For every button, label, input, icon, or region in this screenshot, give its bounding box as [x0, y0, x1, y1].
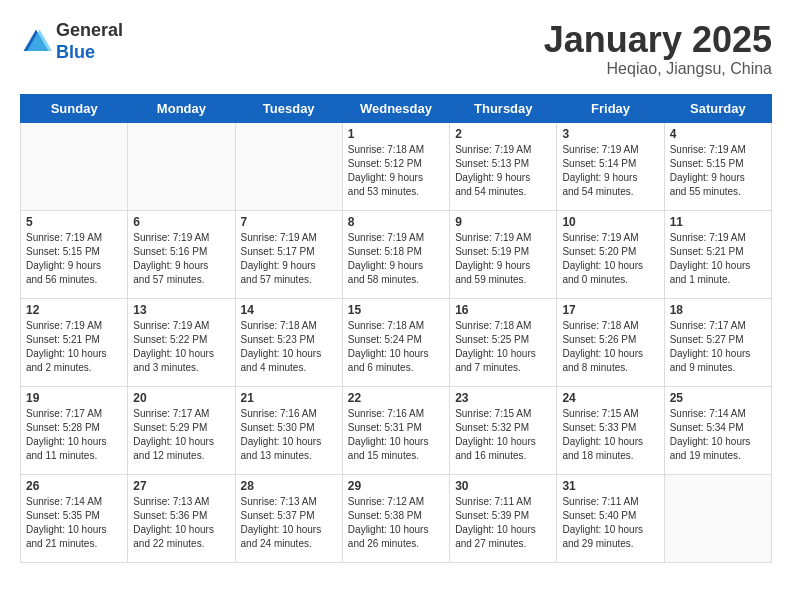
day-info: Sunrise: 7:14 AMSunset: 5:34 PMDaylight:… [670, 407, 766, 463]
calendar-cell: 8Sunrise: 7:19 AMSunset: 5:18 PMDaylight… [342, 210, 449, 298]
calendar-cell: 4Sunrise: 7:19 AMSunset: 5:15 PMDaylight… [664, 122, 771, 210]
calendar-cell: 1Sunrise: 7:18 AMSunset: 5:12 PMDaylight… [342, 122, 449, 210]
calendar-cell: 10Sunrise: 7:19 AMSunset: 5:20 PMDayligh… [557, 210, 664, 298]
title-block: January 2025 Heqiao, Jiangsu, China [544, 20, 772, 78]
day-number: 23 [455, 391, 551, 405]
weekday-header-friday: Friday [557, 94, 664, 122]
day-number: 7 [241, 215, 337, 229]
day-info: Sunrise: 7:11 AMSunset: 5:40 PMDaylight:… [562, 495, 658, 551]
weekday-header-tuesday: Tuesday [235, 94, 342, 122]
calendar-cell: 18Sunrise: 7:17 AMSunset: 5:27 PMDayligh… [664, 298, 771, 386]
week-row-3: 12Sunrise: 7:19 AMSunset: 5:21 PMDayligh… [21, 298, 772, 386]
day-number: 28 [241, 479, 337, 493]
calendar-cell: 11Sunrise: 7:19 AMSunset: 5:21 PMDayligh… [664, 210, 771, 298]
calendar-cell: 20Sunrise: 7:17 AMSunset: 5:29 PMDayligh… [128, 386, 235, 474]
day-info: Sunrise: 7:17 AMSunset: 5:27 PMDaylight:… [670, 319, 766, 375]
calendar-cell: 26Sunrise: 7:14 AMSunset: 5:35 PMDayligh… [21, 474, 128, 562]
calendar-cell: 12Sunrise: 7:19 AMSunset: 5:21 PMDayligh… [21, 298, 128, 386]
calendar-cell: 7Sunrise: 7:19 AMSunset: 5:17 PMDaylight… [235, 210, 342, 298]
calendar-cell: 6Sunrise: 7:19 AMSunset: 5:16 PMDaylight… [128, 210, 235, 298]
day-info: Sunrise: 7:19 AMSunset: 5:21 PMDaylight:… [670, 231, 766, 287]
day-number: 9 [455, 215, 551, 229]
weekday-header-monday: Monday [128, 94, 235, 122]
day-number: 12 [26, 303, 122, 317]
day-number: 31 [562, 479, 658, 493]
day-info: Sunrise: 7:19 AMSunset: 5:21 PMDaylight:… [26, 319, 122, 375]
calendar-cell: 17Sunrise: 7:18 AMSunset: 5:26 PMDayligh… [557, 298, 664, 386]
day-number: 13 [133, 303, 229, 317]
calendar-cell: 31Sunrise: 7:11 AMSunset: 5:40 PMDayligh… [557, 474, 664, 562]
calendar-cell: 29Sunrise: 7:12 AMSunset: 5:38 PMDayligh… [342, 474, 449, 562]
day-info: Sunrise: 7:18 AMSunset: 5:24 PMDaylight:… [348, 319, 444, 375]
day-info: Sunrise: 7:19 AMSunset: 5:13 PMDaylight:… [455, 143, 551, 199]
day-info: Sunrise: 7:11 AMSunset: 5:39 PMDaylight:… [455, 495, 551, 551]
day-info: Sunrise: 7:18 AMSunset: 5:23 PMDaylight:… [241, 319, 337, 375]
calendar-cell: 15Sunrise: 7:18 AMSunset: 5:24 PMDayligh… [342, 298, 449, 386]
day-number: 15 [348, 303, 444, 317]
day-number: 27 [133, 479, 229, 493]
day-info: Sunrise: 7:19 AMSunset: 5:20 PMDaylight:… [562, 231, 658, 287]
day-info: Sunrise: 7:17 AMSunset: 5:29 PMDaylight:… [133, 407, 229, 463]
day-number: 22 [348, 391, 444, 405]
calendar-cell: 14Sunrise: 7:18 AMSunset: 5:23 PMDayligh… [235, 298, 342, 386]
weekday-header-sunday: Sunday [21, 94, 128, 122]
day-info: Sunrise: 7:18 AMSunset: 5:25 PMDaylight:… [455, 319, 551, 375]
calendar-cell: 21Sunrise: 7:16 AMSunset: 5:30 PMDayligh… [235, 386, 342, 474]
day-info: Sunrise: 7:12 AMSunset: 5:38 PMDaylight:… [348, 495, 444, 551]
day-info: Sunrise: 7:19 AMSunset: 5:18 PMDaylight:… [348, 231, 444, 287]
weekday-header-wednesday: Wednesday [342, 94, 449, 122]
day-info: Sunrise: 7:19 AMSunset: 5:22 PMDaylight:… [133, 319, 229, 375]
weekday-header-saturday: Saturday [664, 94, 771, 122]
calendar-cell: 24Sunrise: 7:15 AMSunset: 5:33 PMDayligh… [557, 386, 664, 474]
day-info: Sunrise: 7:19 AMSunset: 5:15 PMDaylight:… [26, 231, 122, 287]
day-number: 20 [133, 391, 229, 405]
week-row-4: 19Sunrise: 7:17 AMSunset: 5:28 PMDayligh… [21, 386, 772, 474]
calendar-cell: 13Sunrise: 7:19 AMSunset: 5:22 PMDayligh… [128, 298, 235, 386]
day-number: 21 [241, 391, 337, 405]
day-number: 1 [348, 127, 444, 141]
day-info: Sunrise: 7:13 AMSunset: 5:37 PMDaylight:… [241, 495, 337, 551]
day-number: 18 [670, 303, 766, 317]
day-number: 10 [562, 215, 658, 229]
day-info: Sunrise: 7:18 AMSunset: 5:26 PMDaylight:… [562, 319, 658, 375]
logo-text: General Blue [56, 20, 123, 63]
day-number: 24 [562, 391, 658, 405]
day-info: Sunrise: 7:14 AMSunset: 5:35 PMDaylight:… [26, 495, 122, 551]
weekday-header-row: SundayMondayTuesdayWednesdayThursdayFrid… [21, 94, 772, 122]
day-number: 11 [670, 215, 766, 229]
day-number: 6 [133, 215, 229, 229]
calendar-cell: 25Sunrise: 7:14 AMSunset: 5:34 PMDayligh… [664, 386, 771, 474]
day-info: Sunrise: 7:19 AMSunset: 5:17 PMDaylight:… [241, 231, 337, 287]
calendar-cell [21, 122, 128, 210]
calendar-cell [235, 122, 342, 210]
day-info: Sunrise: 7:19 AMSunset: 5:14 PMDaylight:… [562, 143, 658, 199]
day-number: 29 [348, 479, 444, 493]
day-info: Sunrise: 7:15 AMSunset: 5:33 PMDaylight:… [562, 407, 658, 463]
day-number: 25 [670, 391, 766, 405]
calendar-cell: 16Sunrise: 7:18 AMSunset: 5:25 PMDayligh… [450, 298, 557, 386]
day-number: 2 [455, 127, 551, 141]
day-number: 26 [26, 479, 122, 493]
day-info: Sunrise: 7:17 AMSunset: 5:28 PMDaylight:… [26, 407, 122, 463]
location-text: Heqiao, Jiangsu, China [544, 60, 772, 78]
logo: General Blue [20, 20, 123, 63]
weekday-header-thursday: Thursday [450, 94, 557, 122]
week-row-5: 26Sunrise: 7:14 AMSunset: 5:35 PMDayligh… [21, 474, 772, 562]
day-number: 17 [562, 303, 658, 317]
day-number: 30 [455, 479, 551, 493]
day-number: 4 [670, 127, 766, 141]
calendar-cell: 5Sunrise: 7:19 AMSunset: 5:15 PMDaylight… [21, 210, 128, 298]
calendar-table: SundayMondayTuesdayWednesdayThursdayFrid… [20, 94, 772, 563]
day-info: Sunrise: 7:19 AMSunset: 5:19 PMDaylight:… [455, 231, 551, 287]
day-number: 19 [26, 391, 122, 405]
day-number: 3 [562, 127, 658, 141]
calendar-cell: 9Sunrise: 7:19 AMSunset: 5:19 PMDaylight… [450, 210, 557, 298]
calendar-cell: 19Sunrise: 7:17 AMSunset: 5:28 PMDayligh… [21, 386, 128, 474]
day-number: 16 [455, 303, 551, 317]
week-row-1: 1Sunrise: 7:18 AMSunset: 5:12 PMDaylight… [21, 122, 772, 210]
logo-general-text: General [56, 20, 123, 40]
calendar-cell: 28Sunrise: 7:13 AMSunset: 5:37 PMDayligh… [235, 474, 342, 562]
week-row-2: 5Sunrise: 7:19 AMSunset: 5:15 PMDaylight… [21, 210, 772, 298]
day-info: Sunrise: 7:19 AMSunset: 5:16 PMDaylight:… [133, 231, 229, 287]
logo-icon [20, 26, 52, 58]
